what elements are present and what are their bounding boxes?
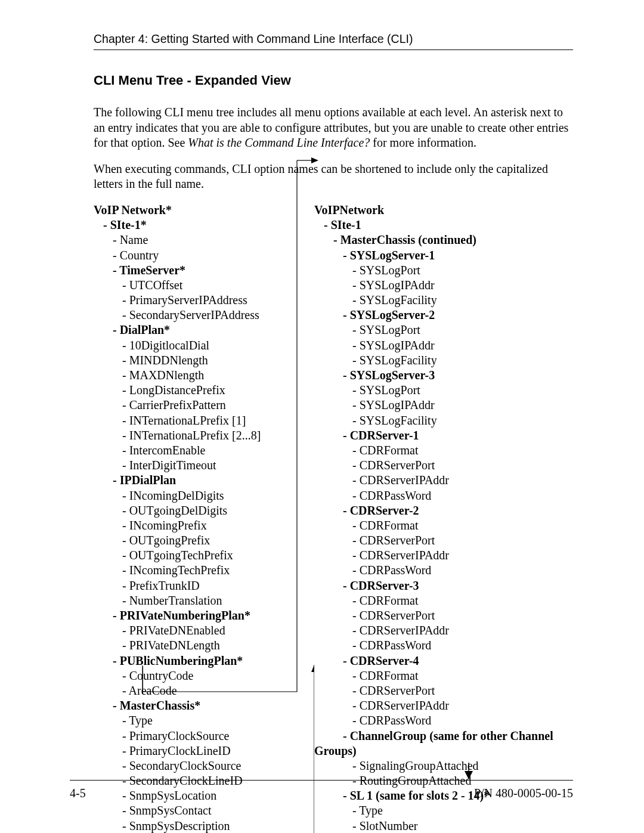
tree-item: - SYSLogIPAddr [352, 338, 573, 353]
tree-item: - INTernationaLPrefix [2...8] [122, 428, 314, 443]
tree-item: - SYSLogFacility [352, 293, 573, 308]
tree-item: - SIte-1 [324, 218, 573, 233]
tree-item: - SYSLogServer-2 [343, 308, 573, 323]
tree-item: - CDRFormat [352, 443, 573, 458]
tree-item: - Type [122, 713, 314, 728]
tree-item: - LongDistancePrefix [122, 383, 314, 398]
tree-item: - PRIVateNumberingPlan* [113, 608, 314, 623]
tree-item: - SecondaryClockSource [122, 758, 314, 773]
tree-item: - CDRServerPort [352, 683, 573, 698]
tree-item: - CDRFormat [352, 593, 573, 608]
tree-item: - SYSLogPort [352, 323, 573, 337]
tree-item: - SYSLogServer-1 [343, 248, 573, 263]
page-footer: 4-5 P/N 480-0005-00-15 [70, 780, 573, 800]
section-title: CLI Menu Tree - Expanded View [94, 73, 573, 88]
tree-item: - MasterChassis* [113, 698, 314, 713]
tree-item: - SYSLogIPAddr [352, 278, 573, 293]
tree-item: - CDRPassWord [352, 713, 573, 728]
tree-item: - MasterChassis (continued) [333, 233, 573, 247]
tree-item: - NumberTranslation [122, 593, 314, 608]
tree-item: - PrimaryServerIPAddress [122, 293, 314, 308]
continuation-vertical-line [143, 667, 143, 694]
tree-item: - SYSLogIPAddr [352, 398, 573, 413]
tree-item: VoIPNetwork [314, 203, 573, 218]
page: Chapter 4: Getting Started with Command … [0, 0, 644, 833]
tree-item: - IPDialPlan [113, 473, 314, 488]
tree-item: - OUTgoingDelDigits [122, 503, 314, 518]
tree-item: - IntercomEnable [122, 443, 314, 458]
tree-item: - ChannelGroup (same for other Channel [343, 729, 573, 744]
menu-tree-right-column: VoIPNetwork- SIte-1- MasterChassis (cont… [314, 203, 573, 833]
tree-item: - CDRPassWord [352, 488, 573, 503]
tree-item: - Country [113, 248, 314, 263]
tree-item: - SnmpSysDescription [122, 819, 314, 833]
tree-item: - CDRPassWord [352, 563, 573, 578]
tree-item: - CDRServer-1 [343, 428, 573, 443]
tree-item: - DialPlan* [113, 323, 314, 337]
tree-item: - AreaCode [122, 683, 314, 698]
tree-item: - CDRServer-2 [343, 503, 573, 518]
part-number: P/N 480-0005-00-15 [474, 786, 573, 800]
tree-item: - InterDigitTimeout [122, 458, 314, 473]
tree-item: Groups) [314, 744, 573, 758]
tree-item: - CDRServer-4 [343, 654, 573, 668]
tree-item: - PUBlicNumberingPlan* [113, 654, 314, 668]
tree-item: - SlotNumber [352, 819, 573, 833]
tree-item: - CDRServerIPAddr [352, 623, 573, 638]
tree-item: - INTernationaLPrefix [1] [122, 413, 314, 428]
tree-item: - TimeServer* [113, 263, 314, 278]
intro-paragraph-1-italic: What is the Command Line Interface? [188, 136, 370, 149]
tree-item: - UTCOffset [122, 278, 314, 293]
tree-item: - SecondaryServerIPAddress [122, 308, 314, 323]
page-number: 4-5 [70, 786, 86, 800]
tree-item: - CDRServerPort [352, 608, 573, 623]
tree-item: - CDRServerIPAddr [352, 473, 573, 488]
tree-item: VoIP Network* [94, 203, 314, 218]
tree-item: - SnmpSysContact [122, 803, 314, 818]
tree-item: - SYSLogPort [352, 383, 573, 398]
tree-item: - SIte-1* [103, 218, 314, 233]
tree-item: - INcomingPrefix [122, 518, 314, 533]
tree-item: - SYSLogFacility [352, 353, 573, 368]
tree-item: - PRIVateDNEnabled [122, 623, 314, 638]
tree-item: - PrefixTrunkID [122, 578, 314, 593]
tree-item: - 10DigitlocalDial [122, 338, 314, 353]
tree-item: - MAXDNlength [122, 368, 314, 383]
tree-item: - CDRPassWord [352, 638, 573, 653]
tree-item: - INcomingDelDigits [122, 488, 314, 503]
tree-item: - CDRFormat [352, 518, 573, 533]
tree-item: - CDRFormat [352, 668, 573, 683]
chapter-header: Chapter 4: Getting Started with Command … [94, 32, 573, 50]
tree-item: - CountryCode [122, 668, 314, 683]
tree-item: - SYSLogServer-3 [343, 368, 573, 383]
intro-paragraph-1: The following CLI menu tree includes all… [94, 105, 573, 151]
tree-item: - CDRServerPort [352, 533, 573, 548]
tree-item: - CDRServerPort [352, 458, 573, 473]
tree-item: - INcomingTechPrefix [122, 563, 314, 578]
tree-item: - OUTgoingPrefix [122, 533, 314, 548]
tree-item: - SYSLogPort [352, 263, 573, 278]
tree-item: - Type [352, 803, 573, 818]
tree-item: - CDRServerIPAddr [352, 698, 573, 713]
tree-item: - SignalingGroupAttached [352, 758, 573, 773]
tree-item: - PrimaryClockSource [122, 729, 314, 744]
intro-paragraph-2: When executing commands, CLI option name… [94, 162, 573, 192]
tree-item: - PRIVateDNLength [122, 638, 314, 653]
tree-item: - CDRServerIPAddr [352, 548, 573, 563]
tree-item: - Name [113, 233, 314, 247]
tree-item: - CDRServer-3 [343, 578, 573, 593]
tree-item: - CarrierPrefixPattern [122, 398, 314, 413]
menu-tree-left-column: VoIP Network*- SIte-1*- Name- Country- T… [94, 203, 314, 833]
tree-item: - SYSLogFacility [352, 413, 573, 428]
tree-item: - PrimaryClockLineID [122, 744, 314, 758]
tree-item: - OUTgoingTechPrefix [122, 548, 314, 563]
menu-tree-columns: VoIP Network*- SIte-1*- Name- Country- T… [94, 203, 573, 833]
intro-paragraph-1-tail: for more information. [370, 136, 476, 149]
tree-item: - MINDDNlength [122, 353, 314, 368]
